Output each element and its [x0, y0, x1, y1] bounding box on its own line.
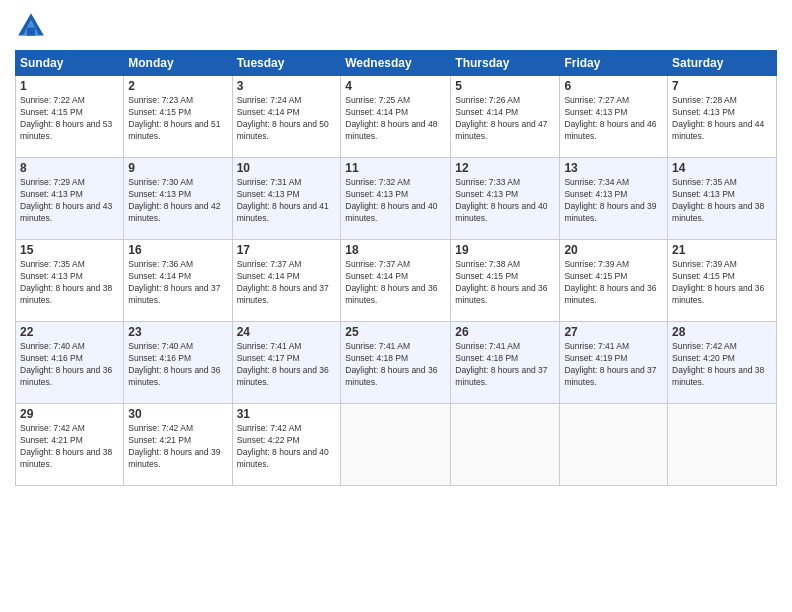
table-row: 20 Sunrise: 7:39 AM Sunset: 4:15 PM Dayl…	[560, 240, 668, 322]
col-sunday: Sunday	[16, 51, 124, 76]
table-row: 27 Sunrise: 7:41 AM Sunset: 4:19 PM Dayl…	[560, 322, 668, 404]
day-info: Sunrise: 7:40 AM Sunset: 4:16 PM Dayligh…	[20, 341, 119, 389]
table-row: 22 Sunrise: 7:40 AM Sunset: 4:16 PM Dayl…	[16, 322, 124, 404]
table-row	[560, 404, 668, 486]
day-number: 7	[672, 79, 772, 93]
day-info: Sunrise: 7:41 AM Sunset: 4:18 PM Dayligh…	[345, 341, 446, 389]
day-info: Sunrise: 7:38 AM Sunset: 4:15 PM Dayligh…	[455, 259, 555, 307]
table-row: 13 Sunrise: 7:34 AM Sunset: 4:13 PM Dayl…	[560, 158, 668, 240]
table-row: 30 Sunrise: 7:42 AM Sunset: 4:21 PM Dayl…	[124, 404, 232, 486]
table-row	[341, 404, 451, 486]
table-row: 25 Sunrise: 7:41 AM Sunset: 4:18 PM Dayl…	[341, 322, 451, 404]
table-row: 8 Sunrise: 7:29 AM Sunset: 4:13 PM Dayli…	[16, 158, 124, 240]
day-number: 15	[20, 243, 119, 257]
table-row	[668, 404, 777, 486]
table-row: 31 Sunrise: 7:42 AM Sunset: 4:22 PM Dayl…	[232, 404, 341, 486]
day-number: 8	[20, 161, 119, 175]
table-row: 9 Sunrise: 7:30 AM Sunset: 4:13 PM Dayli…	[124, 158, 232, 240]
calendar-row: 8 Sunrise: 7:29 AM Sunset: 4:13 PM Dayli…	[16, 158, 777, 240]
day-info: Sunrise: 7:30 AM Sunset: 4:13 PM Dayligh…	[128, 177, 227, 225]
day-number: 16	[128, 243, 227, 257]
table-row: 15 Sunrise: 7:35 AM Sunset: 4:13 PM Dayl…	[16, 240, 124, 322]
day-number: 29	[20, 407, 119, 421]
day-info: Sunrise: 7:40 AM Sunset: 4:16 PM Dayligh…	[128, 341, 227, 389]
day-info: Sunrise: 7:36 AM Sunset: 4:14 PM Dayligh…	[128, 259, 227, 307]
day-info: Sunrise: 7:31 AM Sunset: 4:13 PM Dayligh…	[237, 177, 337, 225]
page: Sunday Monday Tuesday Wednesday Thursday…	[0, 0, 792, 612]
day-number: 13	[564, 161, 663, 175]
day-info: Sunrise: 7:41 AM Sunset: 4:19 PM Dayligh…	[564, 341, 663, 389]
calendar-row: 15 Sunrise: 7:35 AM Sunset: 4:13 PM Dayl…	[16, 240, 777, 322]
day-info: Sunrise: 7:41 AM Sunset: 4:17 PM Dayligh…	[237, 341, 337, 389]
day-info: Sunrise: 7:23 AM Sunset: 4:15 PM Dayligh…	[128, 95, 227, 143]
table-row: 17 Sunrise: 7:37 AM Sunset: 4:14 PM Dayl…	[232, 240, 341, 322]
calendar: Sunday Monday Tuesday Wednesday Thursday…	[15, 50, 777, 486]
col-tuesday: Tuesday	[232, 51, 341, 76]
day-info: Sunrise: 7:39 AM Sunset: 4:15 PM Dayligh…	[564, 259, 663, 307]
day-info: Sunrise: 7:22 AM Sunset: 4:15 PM Dayligh…	[20, 95, 119, 143]
day-info: Sunrise: 7:37 AM Sunset: 4:14 PM Dayligh…	[345, 259, 446, 307]
table-row: 12 Sunrise: 7:33 AM Sunset: 4:13 PM Dayl…	[451, 158, 560, 240]
day-number: 18	[345, 243, 446, 257]
table-row: 3 Sunrise: 7:24 AM Sunset: 4:14 PM Dayli…	[232, 76, 341, 158]
calendar-row: 22 Sunrise: 7:40 AM Sunset: 4:16 PM Dayl…	[16, 322, 777, 404]
day-info: Sunrise: 7:42 AM Sunset: 4:20 PM Dayligh…	[672, 341, 772, 389]
table-row: 14 Sunrise: 7:35 AM Sunset: 4:13 PM Dayl…	[668, 158, 777, 240]
day-info: Sunrise: 7:35 AM Sunset: 4:13 PM Dayligh…	[20, 259, 119, 307]
day-number: 27	[564, 325, 663, 339]
day-info: Sunrise: 7:42 AM Sunset: 4:22 PM Dayligh…	[237, 423, 337, 471]
day-info: Sunrise: 7:34 AM Sunset: 4:13 PM Dayligh…	[564, 177, 663, 225]
calendar-row: 29 Sunrise: 7:42 AM Sunset: 4:21 PM Dayl…	[16, 404, 777, 486]
day-number: 4	[345, 79, 446, 93]
table-row: 11 Sunrise: 7:32 AM Sunset: 4:13 PM Dayl…	[341, 158, 451, 240]
day-number: 20	[564, 243, 663, 257]
svg-rect-2	[27, 28, 35, 36]
day-info: Sunrise: 7:32 AM Sunset: 4:13 PM Dayligh…	[345, 177, 446, 225]
day-number: 19	[455, 243, 555, 257]
day-info: Sunrise: 7:42 AM Sunset: 4:21 PM Dayligh…	[128, 423, 227, 471]
day-info: Sunrise: 7:39 AM Sunset: 4:15 PM Dayligh…	[672, 259, 772, 307]
day-number: 30	[128, 407, 227, 421]
table-row	[451, 404, 560, 486]
logo-icon	[15, 10, 47, 42]
day-number: 1	[20, 79, 119, 93]
day-number: 31	[237, 407, 337, 421]
table-row: 28 Sunrise: 7:42 AM Sunset: 4:20 PM Dayl…	[668, 322, 777, 404]
table-row: 19 Sunrise: 7:38 AM Sunset: 4:15 PM Dayl…	[451, 240, 560, 322]
col-thursday: Thursday	[451, 51, 560, 76]
table-row: 23 Sunrise: 7:40 AM Sunset: 4:16 PM Dayl…	[124, 322, 232, 404]
table-row: 21 Sunrise: 7:39 AM Sunset: 4:15 PM Dayl…	[668, 240, 777, 322]
day-number: 23	[128, 325, 227, 339]
day-number: 22	[20, 325, 119, 339]
day-info: Sunrise: 7:37 AM Sunset: 4:14 PM Dayligh…	[237, 259, 337, 307]
col-wednesday: Wednesday	[341, 51, 451, 76]
day-number: 11	[345, 161, 446, 175]
calendar-row: 1 Sunrise: 7:22 AM Sunset: 4:15 PM Dayli…	[16, 76, 777, 158]
day-number: 5	[455, 79, 555, 93]
day-info: Sunrise: 7:41 AM Sunset: 4:18 PM Dayligh…	[455, 341, 555, 389]
day-number: 3	[237, 79, 337, 93]
day-info: Sunrise: 7:29 AM Sunset: 4:13 PM Dayligh…	[20, 177, 119, 225]
table-row: 7 Sunrise: 7:28 AM Sunset: 4:13 PM Dayli…	[668, 76, 777, 158]
day-number: 17	[237, 243, 337, 257]
table-row: 2 Sunrise: 7:23 AM Sunset: 4:15 PM Dayli…	[124, 76, 232, 158]
table-row: 26 Sunrise: 7:41 AM Sunset: 4:18 PM Dayl…	[451, 322, 560, 404]
table-row: 24 Sunrise: 7:41 AM Sunset: 4:17 PM Dayl…	[232, 322, 341, 404]
day-number: 24	[237, 325, 337, 339]
day-number: 28	[672, 325, 772, 339]
day-info: Sunrise: 7:27 AM Sunset: 4:13 PM Dayligh…	[564, 95, 663, 143]
day-info: Sunrise: 7:33 AM Sunset: 4:13 PM Dayligh…	[455, 177, 555, 225]
day-info: Sunrise: 7:28 AM Sunset: 4:13 PM Dayligh…	[672, 95, 772, 143]
day-number: 2	[128, 79, 227, 93]
table-row: 1 Sunrise: 7:22 AM Sunset: 4:15 PM Dayli…	[16, 76, 124, 158]
day-info: Sunrise: 7:42 AM Sunset: 4:21 PM Dayligh…	[20, 423, 119, 471]
table-row: 18 Sunrise: 7:37 AM Sunset: 4:14 PM Dayl…	[341, 240, 451, 322]
table-row: 4 Sunrise: 7:25 AM Sunset: 4:14 PM Dayli…	[341, 76, 451, 158]
calendar-header-row: Sunday Monday Tuesday Wednesday Thursday…	[16, 51, 777, 76]
col-monday: Monday	[124, 51, 232, 76]
day-number: 10	[237, 161, 337, 175]
day-info: Sunrise: 7:35 AM Sunset: 4:13 PM Dayligh…	[672, 177, 772, 225]
table-row: 16 Sunrise: 7:36 AM Sunset: 4:14 PM Dayl…	[124, 240, 232, 322]
day-number: 14	[672, 161, 772, 175]
day-number: 9	[128, 161, 227, 175]
